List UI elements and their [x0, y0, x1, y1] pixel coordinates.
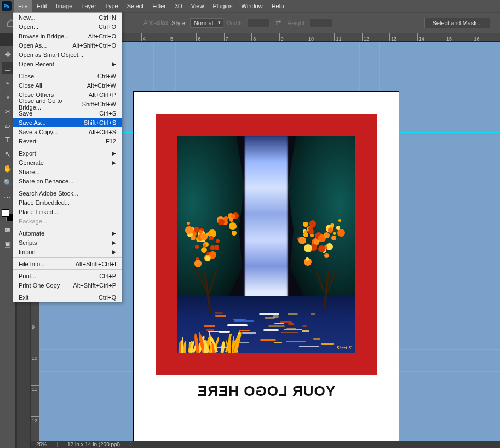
- style-label: Style:: [171, 20, 187, 26]
- height-label: Height:: [287, 20, 306, 26]
- menu-item-scripts[interactable]: Scripts▶: [13, 238, 122, 247]
- artist-signature: Sheri K: [337, 345, 352, 351]
- crop-tool-icon[interactable]: ✂: [2, 105, 14, 117]
- screen-mode-icon[interactable]: ▣: [2, 238, 14, 250]
- more-tools-icon[interactable]: ⋯: [2, 191, 14, 203]
- type-tool-icon[interactable]: T: [2, 134, 14, 146]
- menu-item-close-and-go-to-bridge-[interactable]: Close and Go to Bridge...Shift+Ctrl+W: [13, 99, 122, 108]
- menu-type[interactable]: Type: [101, 0, 123, 12]
- menu-item-save[interactable]: SaveCtrl+S: [13, 108, 122, 118]
- height-input[interactable]: [309, 18, 332, 28]
- menu-layer[interactable]: Layer: [77, 0, 101, 12]
- frame-tool-icon[interactable]: ▱: [2, 119, 14, 131]
- menu-item-automate[interactable]: Automate▶: [13, 228, 122, 238]
- menu-item-exit[interactable]: ExitCtrl+Q: [13, 292, 122, 302]
- anti-alias-checkbox[interactable]: [135, 20, 141, 26]
- menu-item-new-[interactable]: New...Ctrl+N: [13, 13, 122, 22]
- menu-item-save-a-copy-[interactable]: Save a Copy...Alt+Ctrl+S: [13, 127, 122, 136]
- menu-item-close-all[interactable]: Close AllAlt+Ctrl+W: [13, 81, 122, 90]
- menu-filter[interactable]: Filter: [148, 0, 170, 12]
- color-swatch[interactable]: [2, 209, 14, 221]
- painting-image: Sheri K: [177, 136, 355, 353]
- menubar: Ps FileEditImageLayerTypeSelectFilter3DV…: [0, 0, 500, 12]
- menu-view[interactable]: View: [187, 0, 209, 12]
- style-select[interactable]: Normal: [190, 18, 223, 28]
- file-menu-dropdown: New...Ctrl+NOpen...Ctrl+OBrowse in Bridg…: [13, 12, 122, 302]
- menu-item-open-[interactable]: Open...Ctrl+O: [13, 22, 122, 31]
- menu-item-open-as-smart-object-[interactable]: Open as Smart Object...: [13, 50, 122, 59]
- menu-help[interactable]: Help: [267, 0, 289, 12]
- menu-item-print-[interactable]: Print...Ctrl+P: [13, 271, 122, 280]
- menu-item-close[interactable]: CloseCtrl+W: [13, 71, 122, 81]
- logo-placeholder-text: YOUR LOGO HERE: [134, 383, 399, 400]
- select-and-mask-button[interactable]: Select and Mask...: [424, 18, 491, 28]
- menu-3d[interactable]: 3D: [170, 0, 187, 12]
- wand-tool-icon[interactable]: ✧: [2, 91, 14, 103]
- menu-item-search-adobe-stock-[interactable]: Search Adobe Stock...: [13, 188, 122, 198]
- width-input[interactable]: [247, 18, 270, 28]
- path-tool-icon[interactable]: ↖: [2, 148, 14, 160]
- menu-item-share-on-behance-[interactable]: Share on Behance...: [13, 176, 122, 186]
- menu-item-save-as-[interactable]: Save As...Shift+Ctrl+S: [13, 118, 122, 127]
- menu-window[interactable]: Window: [237, 0, 267, 12]
- menu-select[interactable]: Select: [123, 0, 148, 12]
- menu-item-place-embedded-[interactable]: Place Embedded...: [13, 198, 122, 207]
- status-bar: 25% 12 in x 14 in (200 ppi) 〉: [31, 441, 500, 448]
- mask-mode-icon[interactable]: ◙: [2, 223, 14, 236]
- menu-item-open-as-[interactable]: Open As...Alt+Shift+Ctrl+O: [13, 41, 122, 50]
- menu-item-revert[interactable]: RevertF12: [13, 136, 122, 146]
- zoom-level[interactable]: 25%: [36, 441, 47, 447]
- document-page: Sheri K YOUR LOGO HERE: [134, 92, 399, 441]
- menu-edit[interactable]: Edit: [32, 0, 51, 12]
- hand-tool-icon[interactable]: ✋: [2, 162, 14, 174]
- menu-item-share-[interactable]: Share...: [13, 167, 122, 176]
- menu-item-open-recent[interactable]: Open Recent▶: [13, 59, 122, 68]
- anti-alias-label: Anti-alias: [143, 19, 168, 26]
- menu-item-place-linked-[interactable]: Place Linked...: [13, 207, 122, 216]
- menu-plugins[interactable]: Plugins: [208, 0, 237, 12]
- menu-item-package-: Package...: [13, 216, 122, 226]
- width-label: Width:: [227, 20, 244, 26]
- marquee-tool-icon[interactable]: ▭: [2, 62, 14, 74]
- app-logo-icon: Ps: [2, 1, 12, 11]
- lasso-tool-icon[interactable]: ⌁: [2, 77, 14, 89]
- fg-color-icon: [2, 209, 9, 217]
- menu-image[interactable]: Image: [51, 0, 77, 12]
- doc-info: 12 in x 14 in (200 ppi): [67, 441, 120, 447]
- move-tool-icon[interactable]: ✥: [2, 48, 14, 60]
- menu-item-print-one-copy[interactable]: Print One CopyAlt+Shift+Ctrl+P: [13, 280, 122, 290]
- zoom-tool-icon[interactable]: 🔍: [2, 176, 14, 188]
- menu-item-file-info-[interactable]: File Info...Alt+Shift+Ctrl+I: [13, 259, 122, 268]
- menu-file[interactable]: File: [14, 0, 32, 12]
- red-frame: Sheri K: [156, 114, 377, 375]
- menu-item-generate[interactable]: Generate▶: [13, 158, 122, 167]
- menu-item-export[interactable]: Export▶: [13, 148, 122, 158]
- menu-item-browse-in-bridge-[interactable]: Browse in Bridge...Alt+Ctrl+O: [13, 31, 122, 41]
- menu-item-import[interactable]: Import▶: [13, 247, 122, 256]
- swap-wh-icon[interactable]: ⇄: [273, 19, 284, 27]
